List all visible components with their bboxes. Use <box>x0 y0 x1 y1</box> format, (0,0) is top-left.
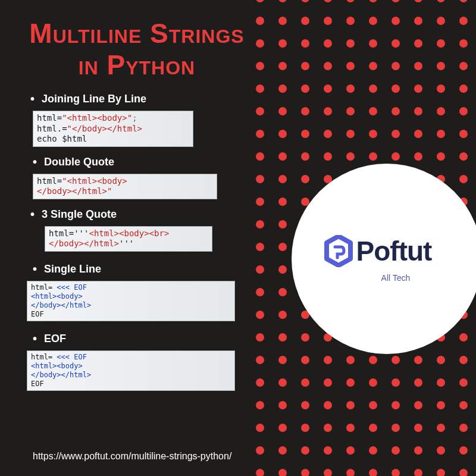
page-title: Multiline Strings in Python <box>24 18 250 81</box>
section-single-line: Single Line <box>33 262 253 276</box>
content-area: Joining Line By Line html="<html><body>"… <box>33 92 253 399</box>
section-double-quote: Double Quote <box>33 155 253 169</box>
code-double-quote: html="<html><body> </body></html>" <box>33 174 217 199</box>
code-joining: html="<html><body>"; html.="</body></htm… <box>33 111 193 147</box>
code-eof: html= <<< EOF <html><body> </body></html… <box>27 350 235 391</box>
section-joining: Joining Line By Line <box>30 92 253 106</box>
source-url: https://www.poftut.com/multiline-strings… <box>33 451 231 462</box>
logo-text: Poftut <box>356 235 432 267</box>
title-line2: in Python <box>24 49 250 81</box>
code-single-line: html= <<< EOF <html><body> </body></html… <box>27 281 235 321</box>
title-line1: Multiline Strings <box>24 18 250 49</box>
section-eof: EOF <box>33 332 253 346</box>
section-3-single-quote: 3 Single Quote <box>30 208 253 221</box>
logo: Poftut <box>324 235 432 267</box>
logo-tagline: All Tech <box>381 273 411 283</box>
poftut-logo-icon <box>324 235 353 267</box>
logo-circle: Poftut All Tech <box>292 164 476 354</box>
code-3-single-quote: html='''<html><body><br> </body></html>'… <box>45 226 212 252</box>
